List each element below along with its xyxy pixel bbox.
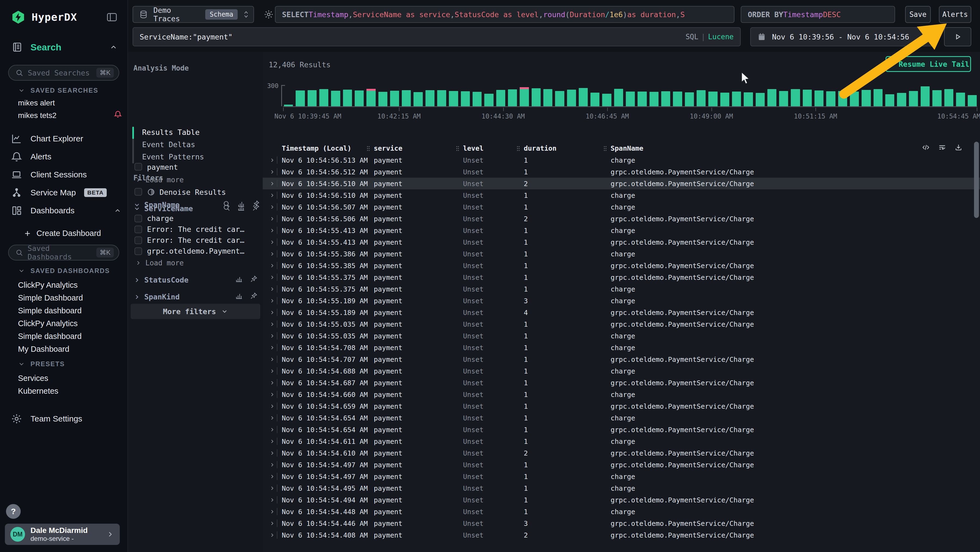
table-row[interactable]: Nov 6 10:54:54.497 AM payment Unset 1 gr… [263,459,980,471]
filter-checkbox[interactable] [134,163,142,171]
dashboard-item[interactable]: Simple dashboard [18,332,82,341]
row-expand-chevron[interactable] [269,403,275,409]
lang-toggle-lucene[interactable]: Lucene [708,33,733,41]
denoise-checkbox[interactable] [134,188,142,196]
table-row[interactable]: Nov 6 10:54:54.660 AM payment Unset 1 ch… [263,389,980,400]
histogram-bar[interactable] [296,91,305,106]
table-row[interactable]: Nov 6 10:54:55.413 AM payment Unset 1 ch… [263,225,980,236]
histogram-bar[interactable] [944,89,953,106]
table-row[interactable]: Nov 6 10:54:55.189 AM payment Unset 4 gr… [263,306,980,318]
filter-checkbox[interactable] [134,215,142,222]
row-expand-chevron[interactable] [269,239,275,245]
histogram-bar[interactable] [956,93,965,106]
filter-checkbox[interactable] [134,226,142,233]
table-row[interactable]: Nov 6 10:54:55.385 AM payment Unset 1 gr… [263,260,980,271]
histogram-bar[interactable] [791,89,800,106]
histogram-bar[interactable] [414,92,423,106]
table-row[interactable]: Nov 6 10:54:56.513 AM payment Unset 1 ch… [263,154,980,166]
histogram-bar[interactable] [390,91,399,106]
histogram-bar[interactable] [885,94,894,106]
table-row[interactable]: Nov 6 10:54:56.512 AM payment Unset 1 gr… [263,166,980,178]
row-expand-chevron[interactable] [269,169,275,175]
sidebar-item-dashboards[interactable]: Dashboards [11,205,75,216]
histogram-bar[interactable] [638,91,646,106]
row-expand-chevron[interactable] [269,520,275,526]
row-expand-chevron[interactable] [269,356,275,362]
download-icon[interactable] [955,143,963,152]
search-icon[interactable] [223,200,230,207]
histogram-bar[interactable] [744,93,753,107]
wrap-text-icon[interactable] [938,143,946,152]
denoise-label[interactable]: Denoise Results [159,188,226,196]
bar-chart-icon[interactable] [235,292,243,300]
histogram-bar[interactable] [850,91,859,106]
alerts-button[interactable]: Alerts [939,6,971,23]
filter-checkbox[interactable] [134,236,142,244]
pin-icon[interactable] [250,275,258,283]
resume-live-tail-button[interactable]: Resume Live Tail [886,56,971,72]
sidebar-collapse-icon[interactable] [106,11,118,24]
histogram-bar[interactable] [697,90,706,106]
drag-handle-icon[interactable] [603,145,607,152]
histogram-bar[interactable] [815,91,824,106]
histogram-bar[interactable] [685,93,694,107]
row-expand-chevron[interactable] [269,439,275,444]
table-row[interactable]: Nov 6 10:54:56.510 AM payment Unset 1 ch… [263,189,980,201]
table-row[interactable]: Nov 6 10:54:54.688 AM payment Unset 1 ch… [263,365,980,377]
row-expand-chevron[interactable] [269,274,275,280]
filter-group-spanname[interactable]: SpanName [134,201,180,209]
table-row[interactable]: Nov 6 10:54:54.446 AM payment Unset 3 gr… [263,517,980,529]
row-expand-chevron[interactable] [269,345,275,351]
saved-searches-header[interactable]: SAVED SEARCHES [18,87,98,94]
histogram-bar[interactable] [567,89,576,107]
histogram-bar[interactable] [779,91,788,107]
table-row[interactable]: Nov 6 10:54:55.375 AM payment Unset 1 gr… [263,271,980,283]
preset-item[interactable]: Services [18,374,48,383]
dashboard-item[interactable]: Simple Dashboard [18,294,83,302]
histogram-bar[interactable] [661,91,670,106]
histogram-bar[interactable] [838,91,847,107]
dashboard-item[interactable]: ClickPy Analytics [18,281,78,290]
column-level[interactable]: level [455,144,484,152]
mode-event-deltas[interactable]: Event Deltas [142,140,195,149]
row-expand-chevron[interactable] [269,462,275,468]
table-row[interactable]: Nov 6 10:54:54.448 AM payment Unset 1 ch… [263,506,980,517]
row-expand-chevron[interactable] [269,333,275,339]
row-expand-chevron[interactable] [269,509,275,515]
app-logo[interactable]: HyperDX [11,10,77,24]
histogram-bar[interactable] [614,89,623,106]
chevron-up-icon[interactable] [110,43,118,51]
histogram-bar[interactable] [425,90,434,106]
row-expand-chevron[interactable] [269,157,275,163]
search-query-input[interactable]: ServiceName:"payment" SQL|Lucene [132,27,741,46]
histogram-bar[interactable] [909,91,918,107]
saved-searches-input[interactable]: Saved Searches ⌘K [8,65,119,81]
histogram-bar[interactable] [555,91,564,107]
row-expand-chevron[interactable] [269,474,275,480]
dashboard-item[interactable]: ClickPy Analytics [18,319,78,328]
row-expand-chevron[interactable] [269,192,275,198]
table-row[interactable]: Nov 6 10:54:54.654 AM payment Unset 1 ch… [263,412,980,424]
column-timestamp[interactable]: Timestamp (Local) [282,144,352,152]
help-button[interactable]: ? [6,504,21,519]
table-row[interactable]: Nov 6 10:54:54.659 AM payment Unset 1 gr… [263,400,980,412]
sidebar-item-alerts[interactable]: Alerts [11,151,51,163]
table-row[interactable]: Nov 6 10:54:55.375 AM payment Unset 1 ch… [263,283,980,295]
row-expand-chevron[interactable] [269,204,275,210]
histogram-bar[interactable] [473,92,482,106]
histogram-bar[interactable] [803,89,812,107]
run-query-button[interactable] [944,27,971,46]
table-row[interactable]: Nov 6 10:54:55.189 AM payment Unset 3 ch… [263,295,980,306]
table-row[interactable]: Nov 6 10:54:54.611 AM payment Unset 1 ch… [263,436,980,447]
drag-handle-icon[interactable] [455,145,460,152]
scrollbar-thumb[interactable] [974,142,979,218]
column-duration[interactable]: duration [516,144,557,152]
user-menu[interactable]: DM Dale McDiarmid demo-service - [5,524,120,545]
source-selector[interactable]: Demo Traces Schema [132,6,254,23]
sidebar-item-chart-explorer[interactable]: Chart Explorer [11,133,83,144]
table-row[interactable]: Nov 6 10:54:54.494 AM payment Unset 1 gr… [263,494,980,506]
histogram-bar[interactable] [366,91,375,106]
row-expand-chevron[interactable] [269,181,275,187]
sql-select-input[interactable]: SELECT Timestamp, ServiceName as service… [275,6,735,23]
histogram-bar[interactable] [496,90,505,106]
